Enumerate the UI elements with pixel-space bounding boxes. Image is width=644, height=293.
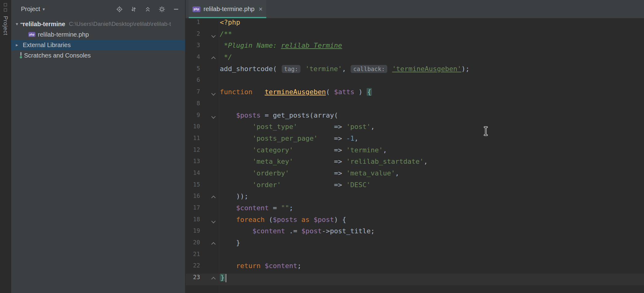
editor-line[interactable]: 23} <box>186 274 644 285</box>
editor-line[interactable]: 14 'orderby' => 'meta_value', <box>186 169 644 181</box>
line-number[interactable]: 3 <box>186 42 200 53</box>
tree-item-scratches-and-consoles[interactable]: Scratches and Consoles <box>11 50 185 61</box>
editor-line[interactable]: 13 'meta_key' => 'relilab_startdate', <box>186 158 644 169</box>
code-token: 'DESC' <box>346 181 371 189</box>
line-number[interactable]: 1 <box>186 18 200 30</box>
line-number[interactable]: 4 <box>186 53 200 65</box>
line-number[interactable]: 23 <box>186 274 200 285</box>
editor-line[interactable]: 12 'category' => 'termine', <box>186 146 644 158</box>
code-text[interactable]: return $content; <box>219 262 301 274</box>
code-token: , <box>395 169 399 177</box>
line-number[interactable]: 14 <box>186 169 200 181</box>
line-number[interactable]: 21 <box>186 251 200 262</box>
code-text[interactable]: add_shortcode( tag: 'termine', callback:… <box>219 65 469 77</box>
tree-item-external-libraries[interactable]: ▸ External Libraries <box>11 40 185 50</box>
fold-marker-icon[interactable] <box>211 33 215 38</box>
fold-marker-icon[interactable] <box>211 219 215 223</box>
fold-marker-icon[interactable] <box>211 114 215 119</box>
code-text[interactable]: 'post_type' => 'post', <box>219 123 375 134</box>
code-text[interactable]: $content .= $post->post_title; <box>219 227 375 239</box>
fold-marker-icon[interactable] <box>211 56 215 61</box>
line-number[interactable]: 11 <box>186 134 200 146</box>
line-number[interactable]: 5 <box>186 65 200 77</box>
collapse-all-icon[interactable] <box>143 5 152 14</box>
line-number[interactable]: 20 <box>186 239 200 251</box>
project-stripe-button[interactable]: Project <box>2 16 9 35</box>
code-token: ) <box>354 88 367 96</box>
editor-line[interactable]: 21 <box>186 251 644 262</box>
code-text[interactable]: 'category' => 'termine', <box>219 146 387 158</box>
line-number[interactable]: 15 <box>186 181 200 193</box>
line-number[interactable]: 12 <box>186 146 200 158</box>
line-number[interactable]: 13 <box>186 158 200 169</box>
chevron-right-icon[interactable]: ▸ <box>14 42 20 48</box>
code-text[interactable]: } <box>219 274 226 285</box>
editor-line[interactable]: 5add_shortcode( tag: 'termine', callback… <box>186 65 644 77</box>
sort-arrows-icon[interactable] <box>129 5 138 14</box>
tree-item-relilab-termine[interactable]: ▾ relilab-termine C:\Users\Daniel\Deskto… <box>11 19 185 29</box>
editor-line[interactable]: 19 $content .= $post->post_title; <box>186 227 644 239</box>
chevron-down-icon[interactable]: ▾ <box>42 6 45 12</box>
line-number[interactable]: 8 <box>186 100 200 111</box>
hide-panel-icon[interactable] <box>171 5 181 14</box>
code-text[interactable]: )); <box>219 192 248 204</box>
code-text[interactable]: 'order' => 'DESC' <box>219 181 371 193</box>
code-text[interactable]: function termineAusgeben( $atts ) { <box>219 88 372 100</box>
editor-line[interactable]: 22 return $content; <box>186 262 644 274</box>
locate-icon[interactable] <box>115 5 124 14</box>
code-text[interactable]: } <box>219 239 240 251</box>
editor-line[interactable]: 4 */ <box>186 53 644 65</box>
code-text[interactable]: $content = ""; <box>219 204 293 216</box>
line-number[interactable]: 17 <box>186 204 200 216</box>
editor-line[interactable]: 11 'posts_per_page' => -1, <box>186 134 644 146</box>
editor-line[interactable]: 9 $posts = get_posts(array( <box>186 111 644 123</box>
code-text[interactable]: /** <box>219 30 232 42</box>
line-number[interactable]: 9 <box>186 111 200 123</box>
editor-line[interactable]: 6 <box>186 76 644 88</box>
editor-line[interactable]: 10 'post_type' => 'post', <box>186 123 644 134</box>
code-token <box>220 204 236 212</box>
close-icon[interactable]: × <box>259 6 263 13</box>
panel-title[interactable]: Project <box>21 6 40 13</box>
tree-item-relilab-termine-php[interactable]: php relilab-termine.php <box>11 29 185 40</box>
editor-line[interactable]: 16 )); <box>186 192 644 204</box>
editor-line[interactable]: 2/** <box>186 30 644 42</box>
line-number[interactable]: 19 <box>186 227 200 239</box>
chevron-down-icon[interactable]: ▾ <box>14 21 20 27</box>
tree-item-path: C:\Users\Daniel\Desktop\relilab\relilab-… <box>69 21 171 27</box>
code-token <box>220 146 252 154</box>
editor-line[interactable]: 20 } <box>186 239 644 251</box>
fold-marker-icon[interactable] <box>211 277 215 281</box>
fold-marker-icon[interactable] <box>211 196 215 200</box>
editor-line[interactable]: 18 foreach ($posts as $post) { <box>186 216 644 227</box>
line-number[interactable]: 6 <box>186 76 200 88</box>
editor-line[interactable]: 3 *Plugin Name: relilab Termine <box>186 42 644 53</box>
editor-line[interactable]: 7function termineAusgeben( $atts ) { <box>186 88 644 100</box>
line-number[interactable]: 10 <box>186 123 200 134</box>
editor-line[interactable]: 1<?php <box>186 18 644 30</box>
settings-gear-icon[interactable] <box>157 5 167 14</box>
editor-line[interactable]: 17 $content = ""; <box>186 204 644 216</box>
code-text[interactable]: 'posts_per_page' => -1, <box>219 134 358 146</box>
code-text[interactable]: *Plugin Name: relilab Termine <box>219 42 342 53</box>
code-text[interactable] <box>219 76 220 88</box>
project-panel-header: Project ▾ <box>11 0 185 18</box>
tab-relilab-termine-php[interactable]: php relilab-termine.php × <box>189 0 266 18</box>
code-text[interactable] <box>219 251 220 262</box>
line-number[interactable]: 7 <box>186 88 200 100</box>
code-text[interactable]: 'meta_key' => 'relilab_startdate', <box>219 158 428 169</box>
fold-marker-icon[interactable] <box>211 242 215 246</box>
line-number[interactable]: 2 <box>186 30 200 42</box>
editor-line[interactable]: 15 'order' => 'DESC' <box>186 181 644 193</box>
code-text[interactable]: <?php <box>219 18 240 30</box>
line-number[interactable]: 16 <box>186 192 200 204</box>
code-text[interactable]: foreach ($posts as $post) { <box>219 216 346 227</box>
code-text[interactable]: 'orderby' => 'meta_value', <box>219 169 399 181</box>
code-text[interactable] <box>219 100 220 111</box>
code-text[interactable]: $posts = get_posts(array( <box>219 111 338 123</box>
line-number[interactable]: 18 <box>186 216 200 227</box>
code-text[interactable]: */ <box>219 53 232 65</box>
line-number[interactable]: 22 <box>186 262 200 274</box>
editor-line[interactable]: 8 <box>186 100 644 111</box>
fold-marker-icon[interactable] <box>211 91 215 95</box>
